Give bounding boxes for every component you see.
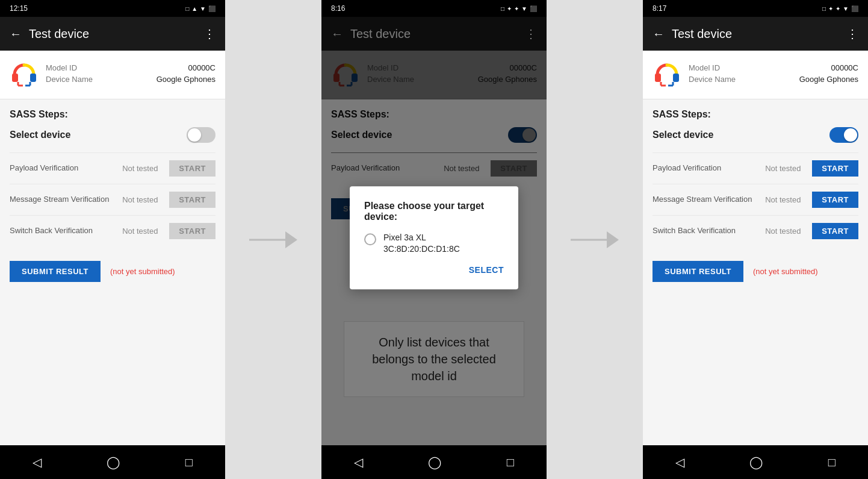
test-name-3-2: Message Stream Verification xyxy=(653,195,760,205)
svg-rect-0 xyxy=(12,74,18,82)
back-nav-icon-2[interactable]: ◁ xyxy=(354,455,363,469)
radio-option-2-1[interactable]: Pixel 3a XL 3C:8D:20:DC:D1:8C xyxy=(364,232,504,255)
signal-icon-3: □ xyxy=(822,5,826,12)
nav-bar-3: ◁ ◯ □ xyxy=(643,445,868,479)
status-icons-1: □ ▲ ▼ ⬛ xyxy=(185,5,215,12)
app-bar-3: ← Test device ⋮ xyxy=(643,17,868,51)
device-card-1: Model ID 00000C Device Name Google Gphon… xyxy=(0,51,225,99)
test-status-3-1: Not tested xyxy=(765,164,807,173)
app-bar-title-2: Test device xyxy=(350,27,518,41)
time-2: 8:16 xyxy=(331,4,345,13)
back-button-2[interactable]: ← xyxy=(331,27,343,41)
back-button-3[interactable]: ← xyxy=(653,27,665,41)
start-button-1-1[interactable]: START xyxy=(169,160,215,177)
svg-rect-12 xyxy=(655,74,661,82)
battery-full-icon-1: ⬛ xyxy=(208,5,215,12)
model-id-row-3: Model ID 00000C xyxy=(689,63,858,72)
wifi-icon-3: ✦ xyxy=(828,5,833,12)
dialog-2: Please choose your target device: Pixel … xyxy=(350,186,518,289)
model-id-value-3: 00000C xyxy=(831,63,858,72)
select-button-2[interactable]: SELECT xyxy=(469,265,504,275)
time-1: 12:15 xyxy=(10,4,28,13)
select-device-toggle-1[interactable] xyxy=(187,127,215,143)
device-info-3: Model ID 00000C Device Name Google Gphon… xyxy=(689,63,858,86)
home-nav-icon-3[interactable]: ◯ xyxy=(749,455,763,469)
test-name-3-3: Switch Back Verification xyxy=(653,226,760,236)
not-submitted-1: (not yet submitted) xyxy=(110,267,175,276)
sass-title-1: SASS Steps: xyxy=(10,109,215,120)
test-row-1-1: Payload Verification Not tested START xyxy=(10,152,215,184)
submit-button-3[interactable]: SUBMIT RESULT xyxy=(653,261,743,282)
bt-icon-2: ✦ xyxy=(514,5,519,12)
model-id-row-1: Model ID 00000C xyxy=(46,63,215,72)
device-option-mac-2-1: 3C:8D:20:DC:D1:8C xyxy=(383,243,460,255)
status-icons-2: □ ✦ ✦ ▼ ⬛ xyxy=(501,5,537,12)
toggle-knob-1 xyxy=(188,128,201,142)
toggle-knob-3 xyxy=(844,128,857,142)
back-button-1[interactable]: ← xyxy=(10,27,22,41)
select-device-row-1: Select device xyxy=(10,127,215,143)
test-name-1-1: Payload Verification xyxy=(10,163,117,174)
device-name-row-3: Device Name Google Gphones xyxy=(689,75,858,84)
arrow-2 xyxy=(571,228,619,252)
back-nav-icon-1[interactable]: ◁ xyxy=(33,455,42,469)
recent-nav-icon-2[interactable]: □ xyxy=(507,456,514,469)
test-status-1-1: Not tested xyxy=(122,164,164,173)
model-id-label-3: Model ID xyxy=(689,63,720,72)
device-logo-3 xyxy=(653,60,681,89)
battery-icon-1: □ xyxy=(185,5,189,12)
select-device-row-3: Select device xyxy=(653,127,858,143)
device-card-3: Model ID 00000C Device Name Google Gphon… xyxy=(643,51,868,99)
status-bar-1: 12:15 □ ▲ ▼ ⬛ xyxy=(0,0,225,17)
menu-button-2[interactable]: ⋮ xyxy=(525,27,537,41)
battery-full-3: ⬛ xyxy=(851,5,858,12)
signal-icon-2: □ xyxy=(501,5,504,12)
time-3: 8:17 xyxy=(653,4,666,13)
home-nav-icon-2[interactable]: ◯ xyxy=(428,455,441,469)
radio-circle-2-1 xyxy=(364,233,376,245)
battery-icon-3: ▼ xyxy=(843,5,849,12)
test-name-1-3: Switch Back Verification xyxy=(10,226,117,236)
phone-3: 8:17 □ ✦ ✦ ▼ ⬛ ← Test device ⋮ xyxy=(643,0,868,479)
test-row-1-3: Switch Back Verification Not tested STAR… xyxy=(10,215,215,246)
app-bar-title-3: Test device xyxy=(672,27,839,41)
sass-title-3: SASS Steps: xyxy=(653,109,858,120)
submit-button-1[interactable]: SUBMIT RESULT xyxy=(10,261,101,282)
test-row-1-2: Message Stream Verification Not tested S… xyxy=(10,184,215,215)
recent-nav-icon-1[interactable]: □ xyxy=(185,456,193,469)
start-button-1-2[interactable]: START xyxy=(169,192,215,208)
test-row-3-2: Message Stream Verification Not tested S… xyxy=(653,184,858,215)
dialog-action-2: SELECT xyxy=(364,265,504,275)
select-device-label-1: Select device xyxy=(10,130,70,140)
test-row-3-3: Switch Back Verification Not tested STAR… xyxy=(653,215,858,246)
menu-button-3[interactable]: ⋮ xyxy=(846,27,858,41)
home-nav-icon-1[interactable]: ◯ xyxy=(107,455,120,469)
start-button-3-3[interactable]: START xyxy=(812,223,858,239)
arrow-2-container xyxy=(547,0,643,479)
battery-icon-2: ▼ xyxy=(521,5,527,12)
start-button-3-1[interactable]: START xyxy=(812,160,858,177)
sass-section-3: SASS Steps: Select device Payload Verifi… xyxy=(643,99,868,256)
device-logo-1 xyxy=(10,60,39,89)
select-device-toggle-3[interactable] xyxy=(829,127,858,143)
start-button-1-3[interactable]: START xyxy=(169,223,215,239)
test-status-1-3: Not tested xyxy=(122,227,164,236)
wifi-icon-1: ▼ xyxy=(200,5,206,12)
device-name-value-3: Google Gphones xyxy=(799,75,858,84)
test-status-3-2: Not tested xyxy=(765,195,807,204)
device-info-1: Model ID 00000C Device Name Google Gphon… xyxy=(46,63,215,86)
back-nav-icon-3[interactable]: ◁ xyxy=(675,455,684,469)
wifi-icon-2: ✦ xyxy=(507,5,512,12)
device-name-label-1: Device Name xyxy=(46,75,93,84)
test-name-1-2: Message Stream Verification xyxy=(10,195,117,205)
recent-nav-icon-3[interactable]: □ xyxy=(828,456,835,469)
menu-button-1[interactable]: ⋮ xyxy=(203,27,215,41)
device-option-name-2-1: Pixel 3a XL xyxy=(383,232,460,244)
radio-label-2-1: Pixel 3a XL 3C:8D:20:DC:D1:8C xyxy=(383,232,460,255)
select-device-label-3: Select device xyxy=(653,130,713,140)
dialog-title-2: Please choose your target device: xyxy=(364,201,504,222)
battery-full-2: ⬛ xyxy=(530,5,537,12)
svg-rect-1 xyxy=(30,74,36,82)
nav-bar-2: ◁ ◯ □ xyxy=(321,445,547,479)
start-button-3-2[interactable]: START xyxy=(812,192,858,208)
